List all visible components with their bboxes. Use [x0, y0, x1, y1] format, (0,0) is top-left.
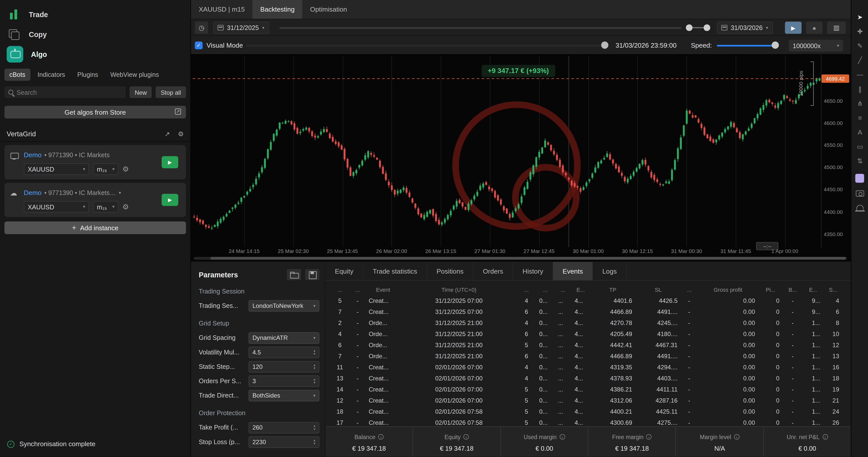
- search-input[interactable]: [17, 89, 122, 95]
- algo-instance-card[interactable]: ☁ Demo • 9771390 • IC Markets… XAUUSD m₁…: [4, 183, 186, 217]
- parameter-number-input[interactable]: 260▴▾: [249, 422, 319, 433]
- start-date-picker[interactable]: 31/12/2025: [213, 22, 269, 34]
- text-tool-icon[interactable]: A: [851, 126, 868, 138]
- new-cbot-button[interactable]: New: [130, 86, 152, 98]
- parameter-select[interactable]: LondonToNewYork: [249, 300, 319, 311]
- account-link[interactable]: Demo: [24, 151, 41, 159]
- arrows-icon[interactable]: ⇅: [851, 155, 868, 167]
- table-row[interactable]: 5-Creat...31/12/2025 07:0040......4...44…: [326, 295, 851, 306]
- table-row[interactable]: 6-Orde...31/12/2025 21:0050......4...444…: [326, 339, 851, 351]
- stepper-buttons[interactable]: ▴▾: [310, 438, 319, 445]
- parameter-select[interactable]: DynamicATR: [249, 332, 319, 344]
- replay-progress-track[interactable]: [246, 45, 607, 47]
- results-tab-trade-statistics[interactable]: Trade statistics: [363, 262, 427, 280]
- tab-indicators[interactable]: Indicators: [32, 69, 70, 81]
- chart-scrollbar[interactable]: [194, 257, 847, 260]
- info-icon[interactable]: [646, 434, 652, 439]
- timeframe-select[interactable]: m₁₅: [93, 163, 118, 175]
- tab-chart[interactable]: XAUUSD | m15: [191, 0, 252, 19]
- chevron-down-icon[interactable]: [119, 190, 121, 195]
- start-instance-button[interactable]: [162, 194, 178, 206]
- tab-webview-plugins[interactable]: WebView plugins: [105, 69, 164, 81]
- timeline-handle-left[interactable]: [686, 25, 692, 31]
- sidebar-item-trade[interactable]: Trade: [0, 4, 190, 25]
- load-parameters-button[interactable]: [287, 269, 301, 280]
- tab-optimisation[interactable]: Optimisation: [302, 0, 355, 19]
- stepper-buttons[interactable]: ▴▾: [310, 349, 319, 356]
- end-date-picker[interactable]: 31/03/2026: [717, 22, 773, 34]
- candlestick-chart[interactable]: [193, 56, 821, 247]
- results-tab-equity[interactable]: Equity: [326, 262, 363, 280]
- table-row[interactable]: 17-Creat...02/01/2026 07:5850......4...4…: [326, 417, 851, 426]
- cursor-icon[interactable]: ➤: [851, 11, 868, 23]
- table-row[interactable]: 13-Creat...02/01/2026 07:0040......4...4…: [326, 373, 851, 384]
- search-box[interactable]: [4, 86, 126, 98]
- stepper-buttons[interactable]: ▴▾: [310, 363, 319, 370]
- sidebar-item-algo[interactable]: Algo: [0, 44, 190, 64]
- table-row[interactable]: 2-Orde...31/12/2025 21:0040......4...427…: [326, 317, 851, 328]
- results-tab-events[interactable]: Events: [553, 262, 593, 280]
- timeline-handle-right[interactable]: [704, 25, 710, 31]
- parameter-select[interactable]: BothSides: [249, 390, 319, 401]
- add-instance-button[interactable]: + Add instance: [4, 221, 186, 234]
- stop-backtest-button[interactable]: [806, 22, 823, 34]
- pitchfork-icon[interactable]: ⋔: [851, 97, 868, 110]
- instance-settings-icon[interactable]: [122, 165, 129, 173]
- results-tab-history[interactable]: History: [513, 262, 553, 280]
- stepper-buttons[interactable]: ▴▾: [310, 424, 319, 431]
- shapes-icon[interactable]: ▭: [851, 141, 868, 153]
- horizontal-line-icon[interactable]: —: [851, 69, 868, 81]
- sidebar-item-copy[interactable]: Copy: [0, 25, 190, 44]
- results-tab-orders[interactable]: Orders: [473, 262, 513, 280]
- symbol-select[interactable]: XAUUSD: [24, 163, 89, 175]
- table-row[interactable]: 7-Creat...31/12/2025 07:0060......4...44…: [326, 306, 851, 317]
- stop-all-button[interactable]: Stop all: [156, 86, 186, 98]
- channel-icon[interactable]: ∥: [851, 83, 868, 95]
- build-settings-icon[interactable]: ⚙: [178, 130, 184, 138]
- start-instance-button[interactable]: [162, 156, 178, 168]
- replay-progress-handle[interactable]: [601, 41, 609, 49]
- save-parameters-button[interactable]: [305, 269, 319, 280]
- table-row[interactable]: 7-Orde...31/12/2025 21:0060......4...446…: [326, 351, 851, 362]
- visual-mode-checkbox[interactable]: [195, 41, 203, 50]
- speed-slider-handle[interactable]: [772, 41, 779, 49]
- symbol-select[interactable]: XAUUSD: [24, 201, 89, 213]
- algo-instance-card[interactable]: Demo • 9771390 • IC Markets XAUUSD m₁₅: [4, 145, 186, 179]
- bell-icon[interactable]: [857, 205, 864, 210]
- chart-scrollbar-handle[interactable]: [210, 257, 846, 260]
- timeframe-select[interactable]: m₁₅: [93, 201, 118, 213]
- trendline-icon[interactable]: ╱: [851, 54, 868, 66]
- parameter-number-input[interactable]: 3▴▾: [249, 375, 319, 387]
- timeline-track[interactable]: [280, 27, 682, 29]
- tab-backtesting[interactable]: Backtesting: [252, 0, 302, 19]
- results-tab-positions[interactable]: Positions: [427, 262, 473, 280]
- stepper-buttons[interactable]: ▴▾: [310, 378, 319, 384]
- table-row[interactable]: 18-Creat...02/01/2026 07:5850......4...4…: [326, 406, 851, 417]
- color-swatch[interactable]: [855, 174, 864, 183]
- speed-slider-track[interactable]: [717, 45, 775, 47]
- tab-cbots[interactable]: cBots: [4, 69, 30, 81]
- results-tab-logs[interactable]: Logs: [593, 262, 627, 280]
- history-button[interactable]: [195, 22, 208, 34]
- play-backtest-button[interactable]: [785, 22, 802, 34]
- tab-plugins[interactable]: Plugins: [72, 69, 103, 81]
- info-icon[interactable]: [823, 434, 828, 439]
- info-icon[interactable]: [734, 434, 740, 439]
- crosshair-icon[interactable]: ✚: [851, 25, 868, 37]
- account-link[interactable]: Demo: [24, 189, 41, 196]
- table-row[interactable]: 12-Creat...02/01/2026 07:0050......4...4…: [326, 395, 851, 406]
- speed-select[interactable]: 1000000x: [789, 40, 843, 51]
- info-icon[interactable]: [378, 434, 383, 439]
- parameter-number-input[interactable]: 2230▴▾: [249, 436, 319, 448]
- share-icon[interactable]: ↗: [164, 130, 170, 138]
- fibonacci-icon[interactable]: ≡: [851, 112, 868, 124]
- parameter-number-input[interactable]: 4.5▴▾: [249, 346, 319, 358]
- table-row[interactable]: 14-Creat...02/01/2026 07:0050......4...4…: [326, 384, 851, 395]
- get-algos-from-store-button[interactable]: Get algos from Store: [4, 106, 186, 119]
- table-row[interactable]: 4-Orde...31/12/2025 21:0060......4...420…: [326, 328, 851, 339]
- report-view-button[interactable]: [827, 22, 846, 34]
- camera-icon[interactable]: [856, 190, 864, 196]
- instance-settings-icon[interactable]: [122, 203, 129, 211]
- parameter-number-input[interactable]: 120▴▾: [249, 361, 319, 372]
- info-icon[interactable]: [559, 434, 565, 439]
